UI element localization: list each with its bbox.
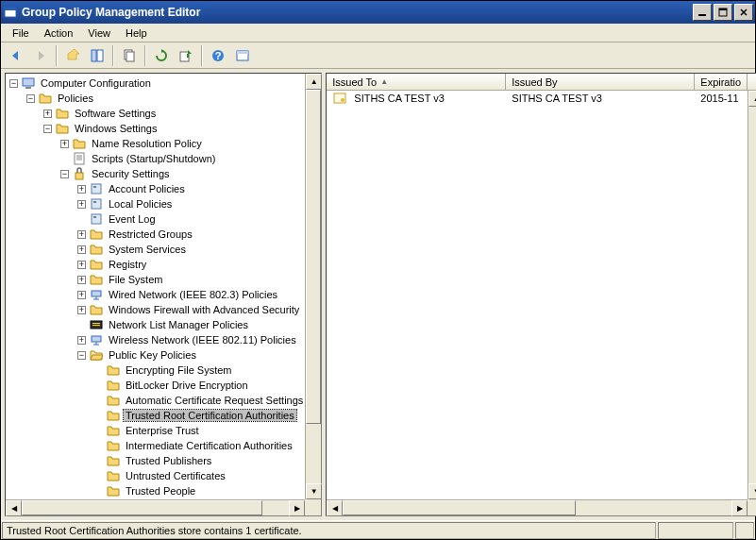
tree-intermediate-ca[interactable]: Intermediate Certification Authorities [6, 438, 305, 453]
menu-view[interactable]: View [80, 25, 118, 41]
scroll-thumb[interactable] [306, 90, 321, 424]
tree[interactable]: −Computer Configuration −Policies +Softw… [6, 74, 321, 515]
tree-scripts[interactable]: Scripts (Startup/Shutdown) [6, 151, 305, 166]
folder-icon [89, 257, 104, 272]
folder-icon [106, 393, 121, 408]
sort-asc-icon: ▲ [380, 77, 388, 86]
menu-action[interactable]: Action [37, 25, 81, 41]
status-grip[interactable] [735, 522, 754, 539]
minimize-button[interactable] [693, 4, 712, 21]
export-button[interactable] [175, 44, 197, 67]
expand-icon[interactable]: + [77, 230, 86, 239]
collapse-icon[interactable]: − [26, 94, 35, 103]
copy-button[interactable] [118, 44, 141, 67]
expand-icon[interactable]: + [43, 110, 52, 118]
tree-event-log[interactable]: Event Log [6, 211, 305, 227]
show-hide-tree-button[interactable] [86, 44, 109, 67]
tree-efs[interactable]: Encrypting File System [6, 363, 305, 378]
tree-local-policies[interactable]: +Local Policies [6, 196, 305, 211]
svg-rect-7 [92, 50, 96, 61]
scroll-thumb[interactable] [343, 500, 576, 515]
expand-icon[interactable]: + [77, 336, 86, 345]
maximize-button[interactable] [714, 4, 732, 21]
expand-icon[interactable]: + [77, 245, 86, 254]
options-button[interactable] [231, 44, 254, 67]
list-body[interactable]: SITHS CA TEST v3 SITHS CA TEST v3 2015-1… [327, 91, 756, 515]
cell-expiration: 2015-11 [695, 93, 748, 104]
expand-icon[interactable]: + [77, 185, 86, 194]
tree-bitlocker[interactable]: BitLocker Drive Encryption [6, 378, 305, 393]
tree-enterprise-trust[interactable]: Enterprise Trust [6, 423, 305, 438]
svg-rect-23 [76, 173, 83, 179]
tree-windows-settings[interactable]: −Windows Settings [6, 121, 305, 136]
scroll-left-button[interactable]: ◀ [6, 500, 22, 516]
scroll-left-button[interactable]: ◀ [327, 500, 343, 516]
tree-windows-firewall[interactable]: +Windows Firewall with Advanced Security [6, 302, 305, 317]
help-button[interactable]: ? [207, 44, 229, 67]
tree-trusted-root-ca[interactable]: Trusted Root Certification Authorities [6, 408, 305, 423]
tree-untrusted-certs[interactable]: Untrusted Certificates [6, 468, 305, 483]
scroll-up-button[interactable]: ▲ [306, 74, 322, 90]
list-row[interactable]: SITHS CA TEST v3 SITHS CA TEST v3 2015-1… [327, 91, 748, 106]
tree-wired-network[interactable]: +Wired Network (IEEE 802.3) Policies [6, 287, 305, 302]
svg-rect-35 [92, 325, 100, 326]
tree-policies[interactable]: −Policies [6, 91, 305, 106]
expand-icon[interactable]: + [77, 306, 86, 314]
column-issued-to[interactable]: Issued To▲ [327, 74, 506, 90]
tree-public-key-policies[interactable]: −Public Key Policies [6, 347, 305, 363]
tree-restricted-groups[interactable]: +Restricted Groups [6, 227, 305, 242]
collapse-icon[interactable]: − [9, 79, 18, 88]
svg-rect-1 [5, 8, 16, 10]
tree-root[interactable]: −Computer Configuration [6, 76, 305, 91]
column-expiration[interactable]: Expiratio [695, 74, 748, 90]
folder-icon [89, 242, 104, 257]
scroll-up-button[interactable]: ▲ [748, 91, 756, 107]
tree-security-settings[interactable]: −Security Settings [6, 166, 305, 181]
window-controls [693, 4, 753, 21]
refresh-button[interactable] [150, 44, 173, 67]
scroll-right-button[interactable]: ▶ [731, 500, 748, 516]
scroll-track[interactable] [748, 107, 756, 483]
tree-name-resolution[interactable]: +Name Resolution Policy [6, 136, 305, 151]
back-button[interactable] [5, 44, 27, 67]
expand-icon[interactable]: + [77, 261, 86, 269]
scroll-down-button[interactable]: ▼ [748, 483, 756, 499]
column-issued-by[interactable]: Issued By [506, 74, 695, 90]
expand-icon[interactable]: + [77, 200, 86, 209]
tree-software-settings[interactable]: +Software Settings [6, 106, 305, 121]
tree-trusted-publishers[interactable]: Trusted Publishers [6, 453, 305, 468]
forward-button[interactable] [29, 44, 52, 67]
folder-icon [106, 408, 121, 423]
list-vertical-scrollbar[interactable]: ▲ ▼ [748, 91, 756, 499]
tree-network-list[interactable]: Network List Manager Policies [6, 317, 305, 332]
collapse-icon[interactable]: − [43, 125, 52, 133]
cell-issued-by: SITHS CA TEST v3 [506, 93, 695, 104]
tree-registry[interactable]: +Registry [6, 257, 305, 272]
menu-help[interactable]: Help [118, 25, 155, 41]
expand-icon[interactable]: + [77, 291, 86, 299]
menu-file[interactable]: File [5, 25, 37, 41]
tree-system-services[interactable]: +System Services [6, 242, 305, 257]
expand-icon[interactable]: + [77, 276, 86, 284]
up-button[interactable] [61, 44, 84, 67]
list-horizontal-scrollbar[interactable]: ◀ ▶ [327, 499, 748, 515]
tree-trusted-people[interactable]: Trusted People [6, 483, 305, 498]
collapse-icon[interactable]: − [77, 351, 86, 360]
titlebar[interactable]: Group Policy Management Editor [1, 1, 755, 24]
tree-account-policies[interactable]: +Account Policies [6, 181, 305, 196]
svg-rect-34 [92, 323, 100, 324]
tree-horizontal-scrollbar[interactable]: ◀ ▶ [6, 499, 305, 515]
scroll-thumb[interactable] [22, 500, 262, 515]
window: Group Policy Management Editor File Acti… [0, 0, 756, 540]
tree-file-system[interactable]: +File System [6, 272, 305, 287]
collapse-icon[interactable]: − [60, 170, 69, 178]
tree-wireless-network[interactable]: +Wireless Network (IEEE 802.11) Policies [6, 332, 305, 347]
scroll-down-button[interactable]: ▼ [306, 483, 322, 499]
scroll-right-button[interactable]: ▶ [289, 500, 305, 516]
expand-icon[interactable]: + [60, 140, 69, 148]
tree-auto-cert-request[interactable]: Automatic Certificate Request Settings [6, 393, 305, 408]
svg-rect-28 [92, 214, 101, 224]
svg-text:?: ? [215, 50, 222, 61]
close-button[interactable] [734, 4, 753, 21]
tree-vertical-scrollbar[interactable]: ▲ ▼ [305, 74, 321, 499]
